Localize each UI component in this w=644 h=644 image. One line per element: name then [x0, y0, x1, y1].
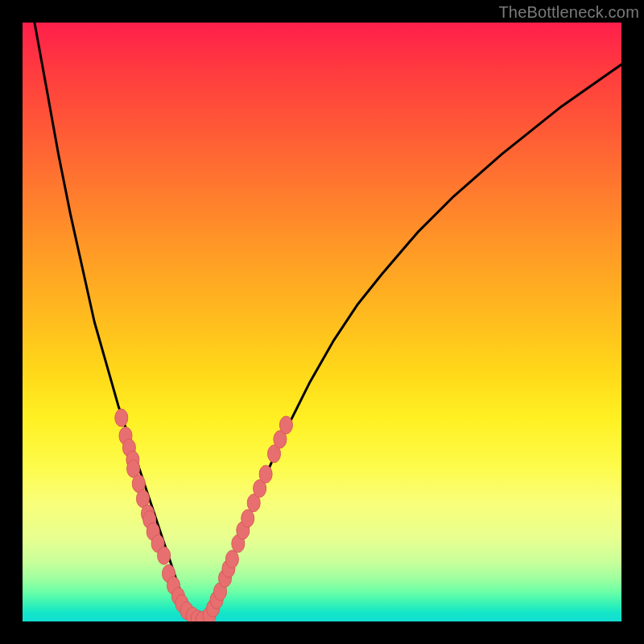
right-marker: [279, 416, 292, 434]
chart-frame: TheBottleneck.com: [0, 0, 644, 644]
bottleneck-curve: [35, 23, 621, 621]
left-marker: [115, 409, 128, 427]
curve-group: [35, 23, 621, 621]
right-marker: [259, 465, 272, 483]
markers-group: [115, 409, 293, 621]
plot-area: [23, 23, 621, 621]
right-marker: [225, 551, 238, 568]
watermark-text: TheBottleneck.com: [498, 3, 639, 22]
left-marker: [158, 547, 171, 564]
right-marker: [242, 510, 254, 527]
chart-svg: [23, 23, 621, 621]
